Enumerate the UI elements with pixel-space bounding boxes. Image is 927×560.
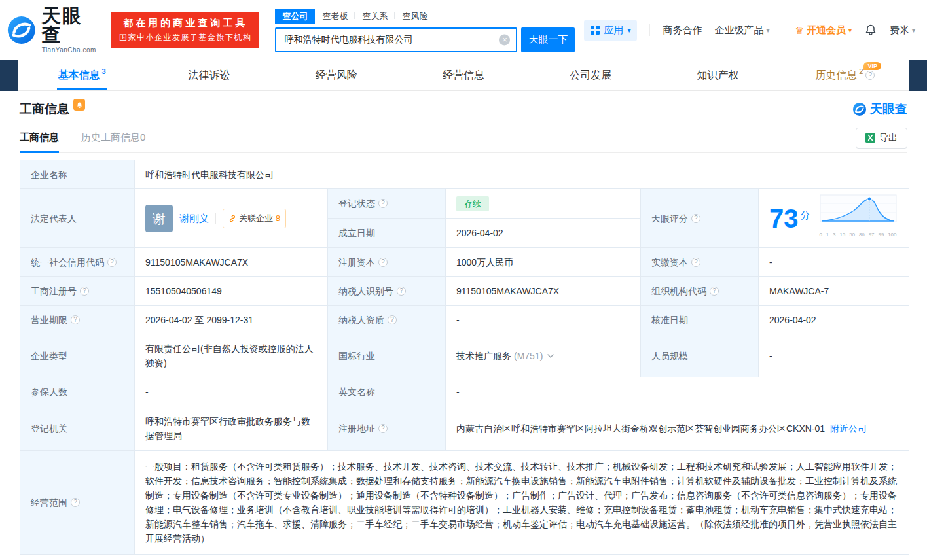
user-menu[interactable]: 费米 ▾ xyxy=(890,24,915,37)
search-tab-relation[interactable]: 查关系 xyxy=(355,9,395,24)
tab-legal-proceedings[interactable]: 法律诉讼 xyxy=(145,60,272,90)
tab-count: 3 xyxy=(102,67,106,75)
related-companies-button[interactable]: 关联企业 8 xyxy=(223,209,286,228)
score-curve xyxy=(820,194,897,223)
banner-line1: 都在用的商业查询工具 xyxy=(119,17,252,29)
watermark-label: 天眼查 xyxy=(870,101,907,118)
taxpayer-id-value: 91150105MAKAWJCA7X xyxy=(446,277,641,306)
reg-capital-value: 1000万人民币 xyxy=(446,248,641,277)
related-companies-label: 关联企业 xyxy=(239,211,273,226)
search-input[interactable] xyxy=(276,35,516,45)
info-icon[interactable]: ? xyxy=(710,287,719,296)
tab-history-info[interactable]: VIP 历史信息 2 ? xyxy=(782,60,909,90)
company-name-label-cell: 企业名称 xyxy=(20,160,135,189)
clear-search-icon[interactable]: × xyxy=(499,34,510,45)
tab-count: 2 xyxy=(859,67,863,75)
score-unit: 分 xyxy=(801,208,810,222)
logo-title: 天眼查 xyxy=(42,7,102,44)
est-date-label-cell: 成立日期 xyxy=(328,219,446,248)
search-tab-risk[interactable]: 查风险 xyxy=(395,9,435,24)
open-vip-menu[interactable]: ♛ 开通会员 ▾ xyxy=(795,24,851,37)
reg-status-label-cell: 登记状态 ? xyxy=(328,189,446,219)
company-type-label-cell: 企业类型 xyxy=(20,334,135,377)
info-icon[interactable]: ? xyxy=(378,424,388,433)
subscribe-bell-icon[interactable] xyxy=(73,99,85,111)
paid-capital-label-cell: 实缴资本 ? xyxy=(641,248,759,277)
tick-label: 3 xyxy=(833,228,835,242)
chevron-down-icon: ▾ xyxy=(912,27,915,34)
field-label: 成立日期 xyxy=(338,226,375,240)
search-tab-boss[interactable]: 查老板 xyxy=(315,9,355,24)
nearby-companies-link[interactable]: 附近公司 xyxy=(830,423,867,434)
info-icon[interactable]: ? xyxy=(378,258,388,267)
tick-label: 50 xyxy=(849,228,855,242)
info-icon[interactable]: ? xyxy=(691,258,700,267)
search-row: × 天眼一下 xyxy=(275,27,575,52)
business-info-table: 企业名称 呼和浩特时代电服科技有限公司 法定代表人 谢 谢刚义 关联企业 xyxy=(20,160,909,555)
info-icon[interactable]: ? xyxy=(378,199,388,208)
table-row: 参保人数 - 英文名称 - xyxy=(20,377,909,406)
search-tabs: 查公司 查老板 查关系 查风险 xyxy=(275,9,575,24)
apps-grid-icon xyxy=(591,26,600,35)
subtab-row: 工商信息 历史工商信息0 导出 xyxy=(20,123,907,153)
info-icon[interactable]: ? xyxy=(691,214,700,223)
logo-text: 天眼查 TianYanCha.com xyxy=(42,7,102,54)
industry-value-cell: 技术推广服务 (M751) xyxy=(446,334,641,377)
info-icon[interactable]: ? xyxy=(107,258,117,267)
reg-status-value-cell: 存续 xyxy=(446,189,641,219)
taxpayer-id-label-cell: 纳税人识别号 ? xyxy=(328,277,446,306)
tab-company-development[interactable]: 公司发展 xyxy=(527,60,654,90)
tick-label: 1 xyxy=(826,228,829,242)
search-input-wrap: × xyxy=(275,27,517,52)
tick-label: 86 xyxy=(859,228,865,242)
chevron-down-icon[interactable] xyxy=(547,354,554,358)
tick-label: 15 xyxy=(839,228,845,242)
related-companies-count: 8 xyxy=(276,211,280,226)
field-label: 统一社会信用代码 xyxy=(31,255,104,270)
subtab-business-info[interactable]: 工商信息 xyxy=(20,123,59,152)
site-logo[interactable]: 天眼查 TianYanCha.com xyxy=(7,7,102,54)
tab-operating-risk[interactable]: 经营风险 xyxy=(273,60,400,90)
tab-intellectual-property[interactable]: 知识产权 xyxy=(654,60,781,90)
org-code-label-cell: 组织机构代码 ? xyxy=(641,277,759,306)
notifications-button[interactable] xyxy=(864,24,877,37)
legal-rep-name-link[interactable]: 谢刚义 xyxy=(179,211,209,226)
tab-basic-info[interactable]: 基本信息 3 xyxy=(18,60,145,90)
business-term-value: 2026-04-02 至 2099-12-31 xyxy=(135,306,328,334)
legal-rep-label-cell: 法定代表人 xyxy=(20,189,135,248)
logo-subtitle: TianYanCha.com xyxy=(42,46,102,54)
search-button[interactable]: 天眼一下 xyxy=(521,27,575,52)
apps-menu[interactable]: 应用 ▾ xyxy=(584,20,637,41)
field-label: 核准日期 xyxy=(651,313,688,327)
search-tab-company[interactable]: 查公司 xyxy=(275,9,315,24)
field-label: 纳税人识别号 xyxy=(338,284,393,298)
business-cooperation-link[interactable]: 商务合作 xyxy=(663,24,702,37)
tick-label: 100 xyxy=(888,228,896,242)
field-label: 参保人数 xyxy=(31,385,67,399)
nav-divider xyxy=(782,24,782,36)
crown-icon: ♛ xyxy=(795,26,803,35)
export-button[interactable]: 导出 xyxy=(856,128,907,149)
info-icon[interactable]: ? xyxy=(388,315,397,324)
info-icon[interactable]: ? xyxy=(397,287,406,296)
tab-label: 知识产权 xyxy=(697,69,739,82)
field-label: 经营范围 xyxy=(31,495,67,510)
legal-rep-avatar[interactable]: 谢 xyxy=(145,205,173,232)
info-icon[interactable]: ? xyxy=(71,498,80,507)
top-header: 天眼查 TianYanCha.com 都在用的商业查询工具 国家中小企业发展子基… xyxy=(0,0,927,60)
field-label: 工商注册号 xyxy=(31,284,77,298)
table-row: 营业期限 ? 2026-04-02 至 2099-12-31 纳税人资质 ? -… xyxy=(20,306,909,334)
info-icon[interactable]: ? xyxy=(80,287,89,296)
table-row: 经营范围 ? 一般项目：租赁服务（不含许可类租赁服务）；技术服务、技术开发、技术… xyxy=(20,451,909,555)
info-icon[interactable]: ? xyxy=(865,71,875,80)
field-label: 法定代表人 xyxy=(31,211,77,226)
enterprise-products-menu[interactable]: 企业级产品 ▾ xyxy=(714,24,769,37)
credit-code-label-cell: 统一社会信用代码 ? xyxy=(20,248,135,277)
business-scope-label-cell: 经营范围 ? xyxy=(20,451,135,555)
subtab-history-business-info[interactable]: 历史工商信息0 xyxy=(81,123,145,152)
reg-authority-label-cell: 登记机关 xyxy=(20,406,135,451)
info-icon[interactable]: ? xyxy=(71,315,80,324)
tab-operating-info[interactable]: 经营信息 xyxy=(400,60,527,90)
credit-code-value: 91150105MAKAWJCA7X xyxy=(135,248,328,277)
field-label: 人员规模 xyxy=(651,349,688,363)
